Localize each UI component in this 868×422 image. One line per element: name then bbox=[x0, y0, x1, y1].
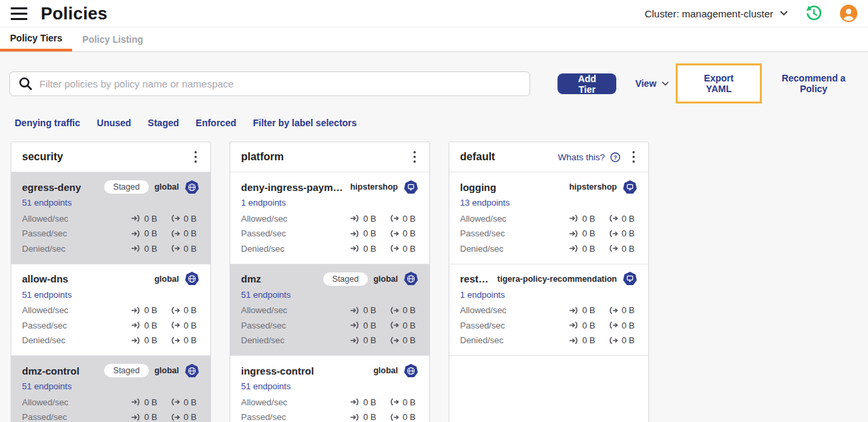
tab-policy-tiers[interactable]: Policy Tiers bbox=[0, 27, 72, 51]
inbound-arrow-icon bbox=[569, 321, 579, 329]
inbound-metric: 0 B bbox=[350, 335, 379, 345]
metric-label: Denied/sec bbox=[22, 244, 65, 254]
metric-row: Allowed/sec 0 B 0 B bbox=[22, 211, 200, 226]
endpoints-link[interactable]: 51 endpoints bbox=[22, 198, 71, 208]
add-tier-button[interactable]: Add Tier bbox=[558, 73, 616, 94]
outbound-metric: 0 B bbox=[170, 228, 200, 238]
namespace-policy-icon bbox=[622, 180, 638, 195]
whats-this-link[interactable]: Whats this? bbox=[558, 152, 605, 162]
inbound-metric: 0 B bbox=[131, 305, 160, 315]
history-button[interactable] bbox=[805, 5, 823, 22]
outbound-arrow-icon bbox=[170, 214, 180, 222]
metric-row: Allowed/sec 0 B 0 B bbox=[241, 303, 419, 319]
outbound-arrow-icon bbox=[170, 413, 180, 421]
tab-policy-listing[interactable]: Policy Listing bbox=[72, 27, 153, 51]
metric-row: Passed/sec 0 B 0 B bbox=[22, 410, 200, 422]
policy-card-egress-deny[interactable]: egress-deny Staged global 51 endpoints A… bbox=[11, 172, 210, 264]
inbound-metric: 0 B bbox=[569, 214, 598, 224]
tier-menu-button[interactable] bbox=[630, 150, 638, 164]
tier-column-platform: platform deny-ingress-paymentservi… hips… bbox=[230, 142, 430, 422]
outbound-arrow-icon bbox=[389, 398, 399, 406]
outbound-metric: 0 B bbox=[170, 412, 200, 422]
tier-column-default: default Whats this? logging hipstershop … bbox=[449, 142, 649, 422]
outbound-metric: 0 B bbox=[608, 305, 638, 315]
outbound-metric: 0 B bbox=[170, 214, 200, 224]
user-avatar[interactable] bbox=[840, 5, 857, 22]
inbound-metric: 0 B bbox=[131, 228, 160, 238]
inbound-arrow-icon bbox=[569, 230, 579, 238]
search-input[interactable] bbox=[39, 78, 521, 89]
kebab-icon bbox=[632, 151, 635, 163]
tier-menu-button[interactable] bbox=[192, 150, 200, 164]
policy-card-deny-ingress-paymentservice[interactable]: deny-ingress-paymentservi… hipstershop 1… bbox=[230, 172, 429, 264]
inbound-metric: 0 B bbox=[131, 244, 160, 254]
policy-name: allow-dns bbox=[22, 273, 149, 284]
policy-card-dmz[interactable]: dmz Staged global 51 endpoints Allowed/s… bbox=[230, 264, 429, 357]
metric-row: Allowed/sec 0 B 0 B bbox=[460, 211, 638, 226]
inbound-arrow-icon bbox=[131, 244, 141, 252]
policy-card-allow-dns[interactable]: allow-dns global 51 endpoints Allowed/se… bbox=[11, 264, 210, 357]
chevron-down-icon bbox=[662, 81, 669, 86]
inbound-metric: 0 B bbox=[350, 228, 379, 238]
tier-header: default Whats this? bbox=[449, 142, 648, 172]
namespace-policy-icon bbox=[622, 271, 638, 286]
policy-card-ingress-control[interactable]: ingress-control global 51 endpoints Allo… bbox=[230, 356, 429, 422]
kebab-icon bbox=[194, 151, 197, 163]
endpoints-link[interactable]: 51 endpoints bbox=[22, 290, 71, 300]
filter-unused[interactable]: Unused bbox=[97, 118, 131, 128]
top-bar: Policies Cluster: management-cluster bbox=[0, 0, 868, 27]
inbound-metric: 0 B bbox=[131, 412, 160, 422]
inbound-arrow-icon bbox=[131, 230, 141, 238]
metric-row: Denied/sec 0 B 0 B bbox=[22, 241, 200, 256]
inbound-metric: 0 B bbox=[569, 244, 598, 254]
outbound-metric: 0 B bbox=[170, 321, 200, 331]
policy-card-dmz-control[interactable]: dmz-control Staged global 51 endpoints A… bbox=[11, 356, 210, 422]
global-policy-icon bbox=[184, 271, 200, 286]
policy-namespace: hipstershop bbox=[350, 182, 398, 192]
metric-row: Passed/sec 0 B 0 B bbox=[22, 226, 200, 242]
endpoints-link[interactable]: 1 endpoints bbox=[241, 198, 286, 208]
endpoints-link[interactable]: 51 endpoints bbox=[241, 290, 290, 300]
global-policy-icon bbox=[184, 363, 200, 379]
question-circle-icon[interactable] bbox=[610, 152, 620, 162]
export-yaml-button[interactable]: Export YAML bbox=[678, 65, 760, 101]
metric-row: Passed/sec 0 B 0 B bbox=[22, 318, 200, 333]
hamburger-menu-icon[interactable] bbox=[11, 7, 27, 20]
policy-search[interactable] bbox=[9, 71, 530, 96]
filter-staged[interactable]: Staged bbox=[148, 118, 179, 128]
metric-label: Allowed/sec bbox=[22, 305, 68, 315]
staged-badge: Staged bbox=[323, 272, 369, 286]
empty-tier-space bbox=[449, 356, 648, 422]
outbound-arrow-icon bbox=[608, 321, 618, 329]
tier-name: default bbox=[460, 151, 495, 163]
endpoints-link[interactable]: 51 endpoints bbox=[22, 381, 71, 391]
policy-name: egress-deny bbox=[22, 182, 99, 193]
recommend-policy-button[interactable]: Recommend a Policy bbox=[769, 73, 859, 94]
endpoints-link[interactable]: 1 endpoints bbox=[460, 290, 505, 300]
inbound-metric: 0 B bbox=[569, 305, 598, 315]
metric-label: Denied/sec bbox=[22, 335, 65, 345]
filter-enforced[interactable]: Enforced bbox=[196, 118, 236, 128]
metric-label: Denied/sec bbox=[241, 335, 284, 345]
view-button[interactable]: View bbox=[635, 78, 669, 89]
policy-card-logging[interactable]: logging hipstershop 13 endpoints Allowed… bbox=[449, 172, 648, 264]
metric-label: Allowed/sec bbox=[22, 214, 68, 224]
metric-row: Passed/sec 0 B 0 B bbox=[241, 410, 419, 422]
filter-denying-traffic[interactable]: Denying traffic bbox=[15, 118, 80, 128]
policy-scope: global bbox=[154, 182, 179, 192]
endpoints-link[interactable]: 51 endpoints bbox=[241, 381, 290, 391]
outbound-arrow-icon bbox=[608, 230, 618, 238]
tier-menu-button[interactable] bbox=[411, 150, 419, 164]
inbound-metric: 0 B bbox=[350, 412, 379, 422]
inbound-arrow-icon bbox=[569, 244, 579, 252]
inbound-arrow-icon bbox=[350, 321, 360, 329]
cluster-selector[interactable]: Cluster: management-cluster bbox=[644, 8, 788, 19]
metric-row: Allowed/sec 0 B 0 B bbox=[460, 303, 638, 319]
inbound-arrow-icon bbox=[350, 413, 360, 421]
metric-label: Denied/sec bbox=[241, 244, 284, 254]
policy-card-restricted[interactable]: restricted tigera-policy-recommendation … bbox=[449, 264, 648, 357]
inbound-metric: 0 B bbox=[569, 335, 598, 345]
filter-label-selectors[interactable]: Filter by label selectors bbox=[253, 118, 357, 128]
endpoints-link[interactable]: 13 endpoints bbox=[460, 198, 509, 208]
metric-label: Passed/sec bbox=[241, 321, 286, 331]
